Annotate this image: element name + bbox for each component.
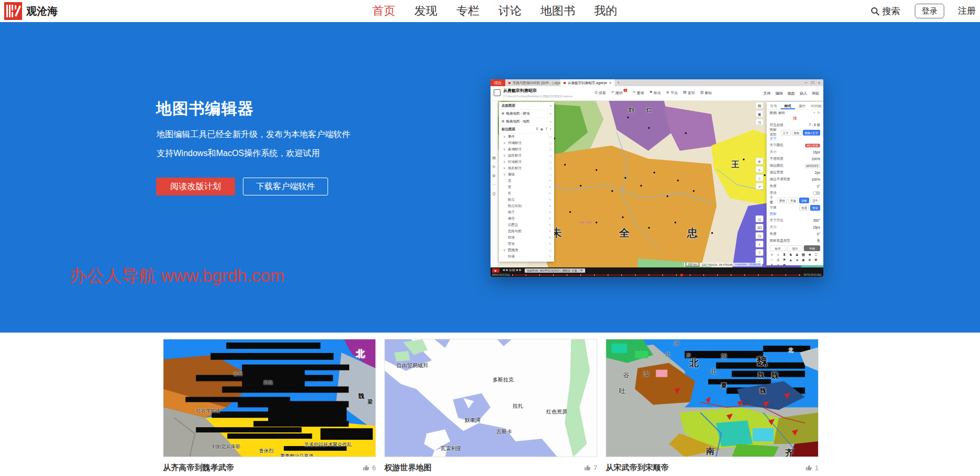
symbol-glyph-icon[interactable]: ✚	[814, 258, 818, 262]
symbol-glyph-icon[interactable]: ●	[795, 258, 799, 262]
timeline-step-controls[interactable]: ◀◀ 月/秒 ▶▶	[502, 268, 522, 272]
label-layer-row[interactable]: 司 ∿	[499, 190, 554, 196]
map-view-tool-icon[interactable]: 3D	[756, 224, 763, 231]
symbol-glyph-icon[interactable]: ♗	[776, 263, 780, 265]
label-layer-row[interactable]: 例子 ∿	[499, 209, 554, 215]
font-weight-option[interactable]: 加粗	[799, 198, 809, 203]
symbol-glyph-icon[interactable]: ⌂	[776, 253, 780, 257]
remove-layer-icon[interactable]: ×	[549, 120, 552, 123]
icon-property-value[interactable]: 360°	[813, 219, 820, 222]
icon-property-value[interactable]: 无	[817, 239, 821, 243]
legend-tool-icon[interactable]: ↻	[818, 111, 820, 116]
editor-tab[interactable]: 从唐懿宗到唐昭宗.agseye ×	[560, 79, 615, 86]
symbol-glyph-icon[interactable]: ▲	[789, 258, 793, 262]
point-layer-item[interactable]: ⊕ 晚唐地图 - 地图 ×	[499, 118, 554, 126]
label-layer-row[interactable]: ∨ 区域标注 □	[499, 159, 554, 165]
symbol-style-option[interactable]: 平面	[804, 245, 820, 251]
read-plan-button[interactable]: 阅读改版计划	[156, 178, 235, 195]
layer-tool-icon[interactable]: T	[545, 127, 547, 131]
card-title[interactable]: 从宋武帝到宋顺帝	[606, 463, 669, 473]
panel-tab[interactable]: 时间轴	[809, 102, 823, 109]
side-tool-icon[interactable]: ▤	[492, 156, 496, 160]
map-card-thumbnail[interactable]: 凉北凉北胡北夏魏魏魏魏谷浑吐北南齐	[606, 339, 819, 457]
like-control[interactable]: 1	[805, 464, 819, 472]
symbol-glyph-icon[interactable]: ♖	[814, 253, 818, 257]
nav-item[interactable]: 发现	[414, 0, 437, 22]
map-view-tool-icon[interactable]: ?	[756, 249, 763, 256]
menu-item[interactable]: 视图	[788, 91, 795, 96]
map-card-thumbnail[interactable]: 自由贸易城邦多斯拉克拉扎红色荒原奴隶湾吉斯卡瓦雷利亚	[384, 339, 597, 457]
tab-close-icon[interactable]: ×	[609, 79, 611, 86]
window-control-icon[interactable]: ─	[805, 81, 808, 85]
register-button[interactable]: 注册	[958, 0, 976, 22]
window-control-icon[interactable]: ×	[818, 81, 820, 85]
layer-tool-icon[interactable]: +	[549, 127, 552, 131]
toolbar-button[interactable]: ⚑ 标点	[649, 90, 661, 96]
toolbar-button[interactable]: ↷ 重做	[632, 90, 644, 96]
icon-type-option[interactable]: 图标+文字	[803, 130, 820, 136]
symbol-style-option[interactable]: 现代	[787, 245, 803, 251]
legend-symbol-icon[interactable]: 烽	[767, 116, 823, 122]
icon-property-value[interactable]: 0°	[817, 232, 820, 236]
menu-item[interactable]: 插入	[800, 91, 807, 96]
label-layer-row[interactable]: 道 ∿	[499, 178, 554, 184]
label-layer-row[interactable]: 转接 ∿	[499, 253, 554, 260]
symbol-glyph-icon[interactable]: ★	[808, 258, 812, 262]
nav-item[interactable]: 专栏	[456, 0, 479, 22]
label-layer-row[interactable]: 后西汉 ∿	[499, 222, 554, 228]
symbol-glyph-icon[interactable]: ♚	[782, 263, 787, 265]
symbol-glyph-icon[interactable]: ◆	[801, 258, 805, 262]
map-draw-tool-icon[interactable]: ⊕	[756, 158, 763, 164]
search-control[interactable]: 搜索	[871, 0, 900, 22]
map-tool-icon[interactable]: ▣	[756, 110, 763, 117]
toolbar-button[interactable]: ↶ 撤销 1	[611, 90, 627, 96]
style-property-value[interactable]: 16px	[813, 150, 820, 154]
side-tool-icon[interactable]: ⋯	[492, 183, 496, 187]
map-card-thumbnail[interactable]: 汾州西魏吐谷浑筑城刘刻定兵库部鲁休烈萧秀整治乌直道呈孟伯以妖术聚众作乱北魏梁	[163, 339, 376, 457]
font-weight-option[interactable]: 适中	[810, 198, 820, 203]
map-tool-icon[interactable]: ▤	[756, 102, 763, 109]
symbol-glyph-icon[interactable]: ♜	[782, 253, 787, 257]
map-draw-tool-icon[interactable]: ↗	[756, 183, 763, 190]
symbol-glyph-icon[interactable]: ×	[770, 253, 774, 257]
toolbar-button[interactable]: ▤ 复制	[683, 90, 695, 96]
symbol-glyph-icon[interactable]: ♞	[789, 253, 793, 257]
card-title[interactable]: 从齐高帝到魏孝武帝	[163, 463, 234, 473]
icon-type-option[interactable]: 文字	[781, 130, 791, 136]
style-property-value[interactable]: 100%	[811, 157, 820, 161]
side-tool-icon[interactable]: Q	[493, 192, 495, 195]
label-layer-row[interactable]: ∨ 县城标注 □	[499, 146, 554, 152]
symbol-glyph-icon[interactable]: ♝	[770, 263, 774, 265]
panel-tab[interactable]: 符号	[767, 102, 781, 109]
style-property-value[interactable]: 2px	[815, 171, 820, 174]
map-view-tool-icon[interactable]: ◳	[756, 232, 763, 239]
label-layer-row[interactable]: 附点绘制 ∿	[499, 203, 554, 209]
font-family-option[interactable]: 宋体	[810, 205, 820, 211]
style-property-value[interactable]: 0°	[817, 184, 820, 188]
map-draw-tool-icon[interactable]: ⌂	[756, 174, 763, 181]
toolbar-button[interactable]: ⊕ 节点	[666, 90, 678, 96]
label-layer-row[interactable]: 危险勾图 ∿	[499, 228, 554, 234]
editor-tab[interactable]: 东魏与西魏对峙图 (制作…).agseye ×	[505, 79, 560, 86]
panel-tab[interactable]: 属性	[795, 102, 809, 109]
label-layer-row[interactable]: 附点 ∿	[499, 196, 554, 203]
panel-tab[interactable]: 样式	[781, 102, 795, 109]
symbol-glyph-icon[interactable]: ⚑	[782, 258, 787, 262]
nav-item[interactable]: 我的	[594, 0, 617, 22]
map-tool-icon[interactable]: ◳	[756, 119, 763, 126]
map-view-tool-icon[interactable]: +	[756, 241, 763, 247]
symbol-glyph-icon[interactable]: ♟	[795, 253, 799, 257]
window-control-icon[interactable]: ☐	[811, 81, 814, 85]
label-layer-row[interactable]: 联络 ∿	[499, 234, 554, 241]
brand-title[interactable]: 观沧海	[26, 0, 58, 22]
font-weight-option[interactable]: 更细	[777, 198, 787, 203]
toolbar-button[interactable]: Q 搜索	[595, 90, 606, 96]
timeline-knob[interactable]	[680, 274, 683, 276]
vertical-text-toggle[interactable]	[813, 191, 820, 195]
symbol-glyph-icon[interactable]: ♙	[776, 258, 780, 262]
play-button[interactable]: ▶	[492, 268, 499, 273]
symbol-glyph-icon[interactable]: ▦	[801, 253, 805, 257]
layer-tool-icon[interactable]: ◉	[540, 127, 544, 131]
menu-item[interactable]: 帮助	[812, 91, 819, 96]
login-button[interactable]: 登录	[915, 4, 944, 18]
